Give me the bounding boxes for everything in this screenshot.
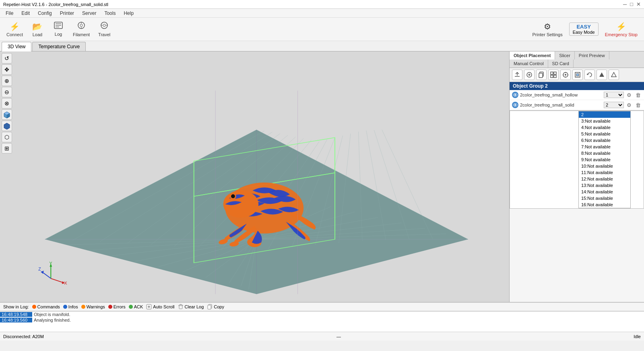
- menu-config[interactable]: Config: [34, 10, 56, 17]
- svg-marker-15: [4, 123, 10, 129]
- menu-tools[interactable]: Tools: [100, 10, 120, 17]
- svg-point-5: [80, 24, 83, 27]
- menu-server[interactable]: Server: [78, 10, 100, 17]
- dropdown-item-6[interactable]: 6:Not available: [579, 137, 630, 144]
- right-tab-sd-card[interactable]: SD Card: [548, 60, 574, 68]
- log-filter-commands[interactable]: Commands: [32, 304, 60, 309]
- obj-delete-solid[interactable]: 🗑: [634, 101, 642, 109]
- printer-settings-button[interactable]: ⚙ Printer Settings: [529, 19, 566, 40]
- load-button[interactable]: 📂 Load: [28, 19, 47, 40]
- log-filter-infos[interactable]: Infos: [63, 304, 78, 309]
- obj-delete-hollow[interactable]: 🗑: [634, 91, 642, 99]
- svg-rect-105: [208, 305, 211, 309]
- dropdown-item-8[interactable]: 8:Not available: [579, 150, 630, 156]
- travel-button[interactable]: Travel: [95, 19, 114, 40]
- obj-tool-triangle2[interactable]: [609, 70, 619, 80]
- maximize-button[interactable]: □: [630, 1, 633, 7]
- log-output[interactable]: 16:48:19.548 Object is manifold. 16:48:1…: [0, 311, 644, 332]
- menu-edit[interactable]: Edit: [17, 10, 34, 17]
- obj-tool-arrange[interactable]: [548, 70, 559, 80]
- menu-file[interactable]: File: [2, 10, 17, 17]
- tool-noaction[interactable]: ⊗: [2, 98, 12, 109]
- right-tab-print-preview[interactable]: Print Preview: [575, 51, 609, 60]
- copy-log-label: Copy: [214, 304, 224, 309]
- titlebar-title: Repetier-Host V2.1.6 - 2color_treefrog_s…: [3, 2, 108, 7]
- obj-visibility-hollow[interactable]: [512, 92, 518, 98]
- tool-hex[interactable]: ⬡: [2, 132, 12, 142]
- filament-button[interactable]: Filament: [70, 19, 93, 40]
- clear-log-label: Clear Log: [185, 304, 204, 309]
- show-in-log-label: Show in Log:: [3, 304, 29, 309]
- right-tab-object-placement[interactable]: Object Placement: [510, 51, 555, 60]
- obj-gear-solid[interactable]: ⚙: [625, 101, 633, 109]
- right-tab-slicer[interactable]: Slicer: [555, 51, 575, 60]
- auto-scroll-toggle[interactable]: Auto Scroll: [146, 304, 174, 310]
- connect-button[interactable]: ⚡ Connect: [3, 19, 26, 40]
- log-timestamp-1: 16:48:19.560: [0, 318, 32, 322]
- dropdown-item-16[interactable]: 16:Not available: [579, 201, 630, 208]
- dropdown-item-5[interactable]: 5:Not available: [579, 131, 630, 137]
- dropdown-item-4[interactable]: 4:Not available: [579, 124, 630, 131]
- commands-dot: [32, 305, 36, 309]
- 3d-viewport[interactable]: ↺ ✥ ⊕ ⊖ ⊗ ⬡ ⊞: [0, 51, 509, 302]
- log-filter-warnings[interactable]: Warnings: [81, 304, 105, 309]
- dropdown-item-13[interactable]: 13:Not available: [579, 182, 630, 189]
- viewport-and-panel: ↺ ✥ ⊕ ⊖ ⊗ ⬡ ⊞: [0, 51, 644, 302]
- obj-tool-copy[interactable]: [536, 70, 547, 80]
- right-tabs: Object Placement Slicer Print Preview Ma…: [510, 51, 644, 68]
- tool-move[interactable]: ✥: [2, 64, 12, 75]
- obj-tool-add[interactable]: [524, 70, 535, 80]
- dropdown-item-3[interactable]: 3:Not available: [579, 118, 630, 124]
- dropdown-item-11[interactable]: 11:Not available: [579, 169, 630, 176]
- left-tools: ↺ ✥ ⊕ ⊖ ⊗ ⬡ ⊞: [0, 51, 13, 155]
- obj-tool-center[interactable]: [560, 70, 571, 80]
- tool-rotate[interactable]: ↺: [2, 53, 12, 64]
- easy-mode-button[interactable]: EASY Easy Mode: [569, 23, 599, 36]
- minimize-button[interactable]: ─: [623, 1, 627, 7]
- svg-rect-81: [554, 72, 556, 74]
- emergency-stop-button[interactable]: ⚡ Emergency Stop: [602, 19, 641, 40]
- menu-help[interactable]: Help: [120, 10, 138, 17]
- right-tab-manual-control[interactable]: Manual Control: [510, 60, 548, 68]
- tab-3d-view[interactable]: 3D View: [2, 42, 31, 51]
- obj-extruder-solid[interactable]: 1 2: [604, 102, 624, 108]
- titlebar-controls[interactable]: ─ □ ✕: [623, 1, 641, 7]
- printer-settings-label: Printer Settings: [532, 32, 562, 37]
- close-button[interactable]: ✕: [636, 1, 641, 7]
- obj-tool-export[interactable]: [512, 70, 522, 80]
- tool-grid[interactable]: ⊞: [2, 143, 12, 154]
- tab-temperature-curve[interactable]: Temperature Curve: [32, 42, 86, 51]
- svg-marker-92: [599, 72, 604, 77]
- copy-log-button[interactable]: Copy: [207, 304, 224, 310]
- dropdown-item-9[interactable]: 9:Not available: [579, 156, 630, 163]
- menu-printer[interactable]: Printer: [56, 10, 78, 17]
- dropdown-item-7[interactable]: 7:Not available: [579, 144, 630, 150]
- dropdown-item-15[interactable]: 15:Not available: [579, 195, 630, 201]
- connect-label: Connect: [6, 32, 23, 37]
- dropdown-item-12[interactable]: 12:Not available: [579, 176, 630, 182]
- titlebar: Repetier-Host V2.1.6 - 2color_treefrog_s…: [0, 0, 644, 9]
- svg-text:Z: Z: [38, 267, 41, 271]
- dropdown-item-2[interactable]: 2: [579, 111, 630, 118]
- svg-rect-91: [576, 74, 579, 76]
- log-filter-ack[interactable]: ACK: [129, 304, 143, 309]
- obj-gear-hollow[interactable]: ⚙: [625, 91, 633, 99]
- svg-rect-80: [551, 72, 553, 74]
- obj-tool-fit[interactable]: [572, 70, 583, 80]
- obj-extruder-hollow[interactable]: 1 2: [604, 92, 624, 98]
- clear-log-button[interactable]: Clear Log: [178, 304, 204, 310]
- menubar: File Edit Config Printer Server Tools He…: [0, 9, 644, 18]
- obj-visibility-solid[interactable]: [512, 102, 518, 108]
- tool-cube2[interactable]: [2, 121, 12, 131]
- status-left: Disconnected: A20M: [3, 334, 44, 339]
- dropdown-item-10[interactable]: 10:Not available: [579, 163, 630, 169]
- dropdown-item-14[interactable]: 14:Not available: [579, 189, 630, 195]
- tool-zoom-out[interactable]: ⊖: [2, 87, 12, 97]
- log-filter-errors[interactable]: Errors: [108, 304, 126, 309]
- log-button[interactable]: Log: [49, 19, 68, 40]
- tool-cube1[interactable]: [2, 109, 12, 120]
- obj-tool-refresh[interactable]: [584, 70, 595, 80]
- obj-tool-triangle1[interactable]: [597, 70, 607, 80]
- status-center: —: [336, 334, 341, 339]
- tool-zoom-in[interactable]: ⊕: [2, 76, 12, 86]
